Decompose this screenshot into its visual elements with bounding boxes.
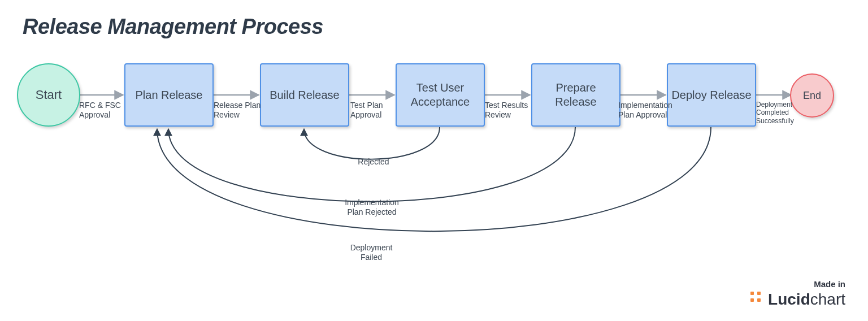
footer-brand-rest: chart xyxy=(810,290,845,308)
lucidchart-icon xyxy=(749,290,763,309)
edge-rejected-label: Rejected xyxy=(342,157,405,167)
node-plan-release-label: Plan Release xyxy=(136,88,203,102)
edge-deploy-failed-label: Deployment Failed xyxy=(335,243,408,262)
node-end-label: End xyxy=(803,90,821,102)
node-start-label: Start xyxy=(36,88,62,102)
svg-rect-8 xyxy=(750,298,754,302)
svg-rect-7 xyxy=(757,292,761,295)
page-title: Release Management Process xyxy=(23,15,323,39)
edge-deploy-end-label: Deployment Completed Successfully xyxy=(756,101,804,125)
edge-prepare-deploy-label: Implementation Plan Approval xyxy=(618,101,675,120)
node-deploy-release-label: Deploy Release xyxy=(671,88,751,102)
edge-start-plan-label: RFC & FSC Approval xyxy=(79,101,130,120)
node-plan-release: Plan Release xyxy=(124,63,214,127)
edge-build-test-label: Test Plan Approval xyxy=(350,101,396,120)
edge-plan-build-label: Release Plan Review xyxy=(214,101,264,120)
node-prepare-release-label: Prepare Release xyxy=(536,81,616,109)
node-build-release: Build Release xyxy=(260,63,349,127)
footer-brand-bold: Lucid xyxy=(768,290,810,308)
node-test-user-acceptance: Test User Acceptance xyxy=(396,63,485,127)
node-start: Start xyxy=(17,63,80,127)
edges-layer xyxy=(0,0,868,321)
edge-test-prepare-label: Test Results Review xyxy=(485,101,536,120)
node-build-release-label: Build Release xyxy=(270,88,339,102)
node-deploy-release: Deploy Release xyxy=(667,63,756,127)
footer-made-in: Made in xyxy=(749,279,845,289)
svg-rect-9 xyxy=(757,298,761,302)
footer-brand: Lucidchart xyxy=(749,290,845,309)
edge-impl-rejected-label: Implementation Plan Rejected xyxy=(332,198,411,217)
footer-attribution: Made in Lucidchart xyxy=(749,279,845,309)
svg-rect-6 xyxy=(750,292,754,295)
node-test-user-acceptance-label: Test User Acceptance xyxy=(400,81,480,109)
node-prepare-release: Prepare Release xyxy=(531,63,620,127)
